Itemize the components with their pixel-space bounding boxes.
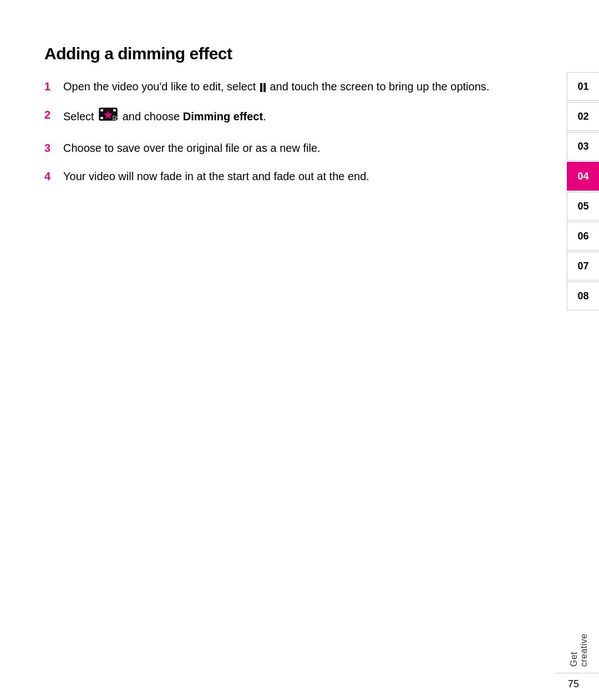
side-tab-06[interactable]: 06	[567, 222, 599, 251]
step-number-2: 2	[44, 107, 60, 123]
step-2: 2 Select	[44, 107, 516, 128]
side-tab-01[interactable]: 01	[567, 72, 599, 101]
steps-list: 1 Open the video you'd like to edit, sel…	[44, 79, 516, 185]
side-tab-05[interactable]: 05	[567, 192, 599, 221]
page-number: 75	[568, 678, 579, 690]
side-tab-07[interactable]: 07	[567, 252, 599, 280]
side-tab-04[interactable]: 04	[567, 162, 599, 191]
get-creative-label: Get creative	[569, 633, 589, 667]
step-text-4: Your video will now fade in at the start…	[63, 168, 516, 185]
step-1: 1 Open the video you'd like to edit, sel…	[44, 79, 516, 95]
step-text-3: Choose to save over the original file or…	[63, 140, 516, 156]
step-4: 4 Your video will now fade in at the sta…	[44, 168, 516, 185]
svg-rect-3	[100, 117, 103, 119]
step-text-2: Select	[63, 107, 516, 128]
side-tabs-nav: 01 02 03 04 05 06 07 08	[567, 72, 599, 311]
step-number-3: 3	[44, 140, 60, 156]
page-title: Adding a dimming effect	[44, 44, 516, 63]
side-tab-02[interactable]: 02	[567, 102, 599, 131]
svg-rect-2	[100, 109, 103, 111]
side-tab-08[interactable]: 08	[567, 282, 599, 310]
dimming-effect-bold: Dimming effect	[183, 110, 263, 122]
bottom-divider	[555, 673, 599, 674]
step-number-4: 4	[44, 168, 60, 185]
step-3: 3 Choose to save over the original file …	[44, 140, 516, 156]
side-tab-03[interactable]: 03	[567, 132, 599, 161]
svg-rect-4	[113, 109, 116, 111]
step-number-1: 1	[44, 79, 60, 95]
pause-icon	[260, 83, 266, 92]
effects-icon	[99, 106, 118, 127]
step-text-1: Open the video you'd like to edit, selec…	[63, 79, 516, 95]
